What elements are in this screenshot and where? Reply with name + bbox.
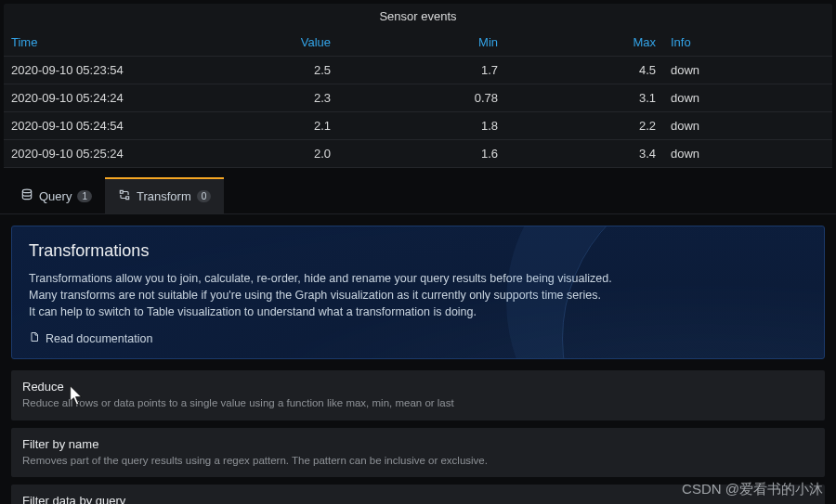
sensor-events-table: Time Value Min Max Info 2020-09-10 05:23…	[4, 29, 832, 168]
tab-transform[interactable]: Transform 0	[105, 177, 224, 213]
cell-info: down	[663, 140, 832, 168]
editor-tabs: Query 1 Transform 0	[0, 177, 836, 214]
infobox-line2: Many transforms are not suitable if you'…	[29, 287, 807, 304]
database-icon	[20, 188, 33, 204]
transformations-info: Transformations Transformations allow yo…	[11, 226, 825, 359]
table-row[interactable]: 2020-09-10 05:25:24 2.0 1.6 3.4 down	[4, 140, 832, 168]
sensor-events-panel: Sensor events Time Value Min Max Info 20…	[4, 4, 832, 168]
transform-options: Reduce Reduce all rows or data points to…	[0, 370, 836, 504]
cell-info: down	[663, 84, 832, 112]
cell-time: 2020-09-10 05:24:24	[4, 84, 189, 112]
tab-transform-count: 0	[197, 190, 212, 202]
cell-min: 1.8	[338, 112, 505, 140]
col-header-min[interactable]: Min	[338, 29, 505, 57]
cell-value: 2.3	[189, 84, 338, 112]
svg-point-0	[22, 189, 31, 193]
tab-query[interactable]: Query 1	[7, 177, 105, 213]
option-desc: Removes part of the query results using …	[22, 454, 814, 469]
cell-max: 4.5	[505, 57, 663, 84]
cell-max: 3.1	[505, 84, 663, 112]
infobox-title: Transformations	[29, 241, 807, 261]
document-icon	[29, 331, 40, 345]
cell-value: 2.1	[189, 112, 338, 140]
transform-option-reduce[interactable]: Reduce Reduce all rows or data points to…	[11, 370, 825, 420]
cell-info: down	[663, 112, 832, 140]
cell-value: 2.0	[189, 140, 338, 168]
option-title: Filter data by query	[22, 494, 814, 504]
transform-option-filter-data-by-query[interactable]: Filter data by query Filter data by quer…	[11, 485, 825, 504]
tab-transform-label: Transform	[137, 189, 191, 203]
read-documentation-label: Read documentation	[46, 332, 152, 345]
option-title: Filter by name	[22, 437, 814, 451]
transform-option-filter-by-name[interactable]: Filter by name Removes part of the query…	[11, 428, 825, 478]
transform-icon	[118, 188, 131, 204]
table-row[interactable]: 2020-09-10 05:24:54 2.1 1.8 2.2 down	[4, 112, 832, 140]
table-row[interactable]: 2020-09-10 05:23:54 2.5 1.7 4.5 down	[4, 57, 832, 84]
option-desc: Reduce all rows or data points to a sing…	[22, 396, 814, 411]
infobox-line1: Transformations allow you to join, calcu…	[29, 270, 807, 287]
infobox-line3: It can help to switch to Table visualiza…	[29, 304, 807, 320]
tab-query-label: Query	[39, 189, 72, 203]
cell-min: 1.6	[338, 140, 505, 168]
cell-time: 2020-09-10 05:24:54	[4, 112, 189, 140]
col-header-value[interactable]: Value	[189, 29, 338, 57]
panel-title: Sensor events	[4, 9, 832, 29]
table-row[interactable]: 2020-09-10 05:24:24 2.3 0.78 3.1 down	[4, 84, 832, 112]
cell-max: 2.2	[505, 112, 663, 140]
cell-min: 0.78	[338, 84, 505, 112]
col-header-max[interactable]: Max	[505, 29, 663, 57]
cell-value: 2.5	[189, 57, 338, 84]
table-header-row: Time Value Min Max Info	[4, 29, 832, 57]
table-body: 2020-09-10 05:23:54 2.5 1.7 4.5 down 202…	[4, 57, 832, 168]
option-title: Reduce	[22, 380, 814, 394]
read-documentation-link[interactable]: Read documentation	[29, 331, 152, 345]
cell-time: 2020-09-10 05:25:24	[4, 140, 189, 168]
col-header-time[interactable]: Time	[4, 29, 189, 57]
cell-info: down	[663, 57, 832, 84]
cell-time: 2020-09-10 05:23:54	[4, 57, 189, 84]
cell-min: 1.7	[338, 57, 505, 84]
cell-max: 3.4	[505, 140, 663, 168]
tab-query-count: 1	[77, 190, 92, 202]
col-header-info[interactable]: Info	[663, 29, 832, 57]
